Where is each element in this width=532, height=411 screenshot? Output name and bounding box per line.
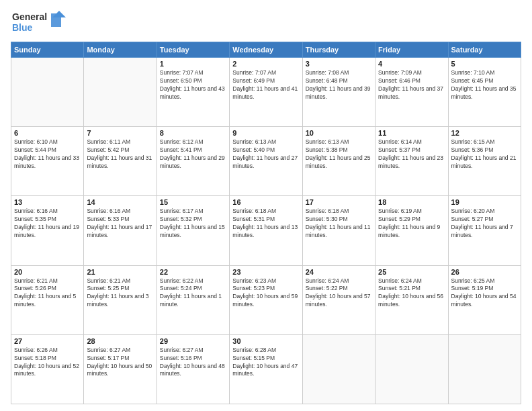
day-number: 5 (451, 60, 518, 68)
calendar-cell: 13Sunrise: 6:16 AM Sunset: 5:35 PM Dayli… (11, 196, 84, 265)
weekday-header-sunday: Sunday (11, 42, 84, 58)
calendar-cell: 21Sunrise: 6:21 AM Sunset: 5:25 PM Dayli… (84, 265, 157, 334)
day-info: Sunrise: 6:20 AM Sunset: 5:27 PM Dayligh… (451, 208, 518, 240)
day-info: Sunrise: 6:25 AM Sunset: 5:19 PM Dayligh… (451, 277, 518, 310)
day-info: Sunrise: 7:10 AM Sunset: 6:45 PM Dayligh… (451, 69, 518, 101)
week-row-3: 13Sunrise: 6:16 AM Sunset: 5:35 PM Dayli… (11, 196, 521, 265)
calendar-cell: 22Sunrise: 6:22 AM Sunset: 5:24 PM Dayli… (157, 265, 229, 334)
day-number: 4 (378, 60, 445, 68)
calendar-cell: 15Sunrise: 6:17 AM Sunset: 5:32 PM Dayli… (157, 196, 229, 265)
day-info: Sunrise: 6:24 AM Sunset: 5:22 PM Dayligh… (306, 277, 372, 310)
day-info: Sunrise: 6:23 AM Sunset: 5:23 PM Dayligh… (232, 277, 299, 310)
calendar-cell: 7Sunrise: 6:11 AM Sunset: 5:42 PM Daylig… (84, 127, 157, 196)
day-number: 12 (451, 129, 518, 137)
logo-text: General Blue (11, 8, 71, 38)
calendar-cell: 28Sunrise: 6:27 AM Sunset: 5:17 PM Dayli… (84, 334, 157, 404)
calendar-cell: 19Sunrise: 6:20 AM Sunset: 5:27 PM Dayli… (448, 196, 521, 265)
day-number: 7 (87, 129, 153, 137)
day-info: Sunrise: 6:15 AM Sunset: 5:36 PM Dayligh… (451, 138, 518, 171)
calendar-cell: 10Sunrise: 6:13 AM Sunset: 5:38 PM Dayli… (302, 127, 375, 196)
day-number: 22 (160, 268, 226, 276)
day-number: 16 (232, 198, 299, 206)
calendar-cell (302, 334, 375, 404)
calendar-cell: 3Sunrise: 7:08 AM Sunset: 6:48 PM Daylig… (302, 58, 375, 127)
weekday-header-row: SundayMondayTuesdayWednesdayThursdayFrid… (11, 42, 521, 58)
day-number: 18 (378, 198, 445, 206)
day-number: 15 (160, 198, 226, 206)
calendar-cell: 18Sunrise: 6:19 AM Sunset: 5:29 PM Dayli… (375, 196, 448, 265)
week-row-4: 20Sunrise: 6:21 AM Sunset: 5:26 PM Dayli… (11, 265, 521, 334)
day-info: Sunrise: 6:11 AM Sunset: 5:42 PM Dayligh… (87, 138, 153, 171)
day-number: 14 (87, 198, 153, 206)
day-number: 29 (160, 337, 226, 345)
calendar-cell: 12Sunrise: 6:15 AM Sunset: 5:36 PM Dayli… (448, 127, 521, 196)
calendar-cell: 26Sunrise: 6:25 AM Sunset: 5:19 PM Dayli… (448, 265, 521, 334)
weekday-header-monday: Monday (84, 42, 157, 58)
day-info: Sunrise: 6:16 AM Sunset: 5:33 PM Dayligh… (87, 208, 153, 240)
day-number: 28 (87, 337, 153, 345)
calendar-cell: 24Sunrise: 6:24 AM Sunset: 5:22 PM Dayli… (302, 265, 375, 334)
day-info: Sunrise: 6:12 AM Sunset: 5:41 PM Dayligh… (160, 138, 226, 171)
weekday-header-thursday: Thursday (302, 42, 375, 58)
calendar-cell: 30Sunrise: 6:28 AM Sunset: 5:15 PM Dayli… (230, 334, 302, 404)
calendar-cell: 2Sunrise: 7:07 AM Sunset: 6:49 PM Daylig… (230, 58, 302, 127)
day-number: 13 (14, 198, 81, 206)
day-number: 30 (232, 337, 299, 345)
day-number: 11 (378, 129, 445, 137)
week-row-2: 6Sunrise: 6:10 AM Sunset: 5:44 PM Daylig… (11, 127, 521, 196)
day-info: Sunrise: 6:26 AM Sunset: 5:18 PM Dayligh… (14, 347, 81, 379)
calendar-cell: 29Sunrise: 6:27 AM Sunset: 5:16 PM Dayli… (157, 334, 229, 404)
calendar-cell (448, 334, 521, 404)
calendar-cell: 6Sunrise: 6:10 AM Sunset: 5:44 PM Daylig… (11, 127, 84, 196)
day-number: 20 (14, 268, 81, 276)
calendar-cell: 27Sunrise: 6:26 AM Sunset: 5:18 PM Dayli… (11, 334, 84, 404)
day-info: Sunrise: 6:16 AM Sunset: 5:35 PM Dayligh… (14, 208, 81, 240)
weekday-header-saturday: Saturday (448, 42, 521, 58)
day-number: 8 (160, 129, 226, 137)
day-info: Sunrise: 6:18 AM Sunset: 5:30 PM Dayligh… (306, 208, 372, 240)
day-number: 17 (306, 198, 372, 206)
day-info: Sunrise: 6:10 AM Sunset: 5:44 PM Dayligh… (14, 138, 81, 171)
calendar-cell: 1Sunrise: 7:07 AM Sunset: 6:50 PM Daylig… (157, 58, 229, 127)
day-number: 2 (232, 60, 299, 68)
calendar-cell: 4Sunrise: 7:09 AM Sunset: 6:46 PM Daylig… (375, 58, 448, 127)
day-number: 25 (378, 268, 445, 276)
day-info: Sunrise: 6:14 AM Sunset: 5:37 PM Dayligh… (378, 138, 445, 171)
day-info: Sunrise: 6:27 AM Sunset: 5:17 PM Dayligh… (87, 347, 153, 379)
calendar-cell (375, 334, 448, 404)
calendar-cell: 16Sunrise: 6:18 AM Sunset: 5:31 PM Dayli… (230, 196, 302, 265)
day-info: Sunrise: 6:27 AM Sunset: 5:16 PM Dayligh… (160, 347, 226, 379)
day-info: Sunrise: 6:13 AM Sunset: 5:38 PM Dayligh… (306, 138, 372, 171)
header: General Blue (11, 8, 521, 38)
day-number: 19 (451, 198, 518, 206)
week-row-5: 27Sunrise: 6:26 AM Sunset: 5:18 PM Dayli… (11, 334, 521, 404)
day-info: Sunrise: 6:21 AM Sunset: 5:25 PM Dayligh… (87, 277, 153, 310)
day-info: Sunrise: 7:08 AM Sunset: 6:48 PM Dayligh… (306, 69, 372, 101)
svg-text:Blue: Blue (12, 22, 33, 33)
day-info: Sunrise: 7:07 AM Sunset: 6:50 PM Dayligh… (160, 69, 226, 101)
calendar-cell: 8Sunrise: 6:12 AM Sunset: 5:41 PM Daylig… (157, 127, 229, 196)
day-number: 24 (306, 268, 372, 276)
day-info: Sunrise: 6:18 AM Sunset: 5:31 PM Dayligh… (232, 208, 299, 240)
day-info: Sunrise: 6:17 AM Sunset: 5:32 PM Dayligh… (160, 208, 226, 240)
calendar-cell: 20Sunrise: 6:21 AM Sunset: 5:26 PM Dayli… (11, 265, 84, 334)
day-number: 1 (160, 60, 226, 68)
calendar-table: SundayMondayTuesdayWednesdayThursdayFrid… (11, 42, 521, 404)
day-info: Sunrise: 7:09 AM Sunset: 6:46 PM Dayligh… (378, 69, 445, 101)
calendar-cell: 23Sunrise: 6:23 AM Sunset: 5:23 PM Dayli… (230, 265, 302, 334)
svg-text:General: General (12, 11, 47, 22)
day-number: 3 (306, 60, 372, 68)
day-info: Sunrise: 6:24 AM Sunset: 5:21 PM Dayligh… (378, 277, 445, 310)
day-number: 23 (232, 268, 299, 276)
day-number: 9 (232, 129, 299, 137)
logo: General Blue (11, 8, 71, 38)
weekday-header-wednesday: Wednesday (230, 42, 302, 58)
weekday-header-tuesday: Tuesday (157, 42, 229, 58)
calendar-cell: 5Sunrise: 7:10 AM Sunset: 6:45 PM Daylig… (448, 58, 521, 127)
day-info: Sunrise: 6:21 AM Sunset: 5:26 PM Dayligh… (14, 277, 81, 310)
day-info: Sunrise: 6:22 AM Sunset: 5:24 PM Dayligh… (160, 277, 226, 310)
week-row-1: 1Sunrise: 7:07 AM Sunset: 6:50 PM Daylig… (11, 58, 521, 127)
calendar-cell (84, 58, 157, 127)
day-info: Sunrise: 6:28 AM Sunset: 5:15 PM Dayligh… (232, 347, 299, 379)
day-number: 27 (14, 337, 81, 345)
